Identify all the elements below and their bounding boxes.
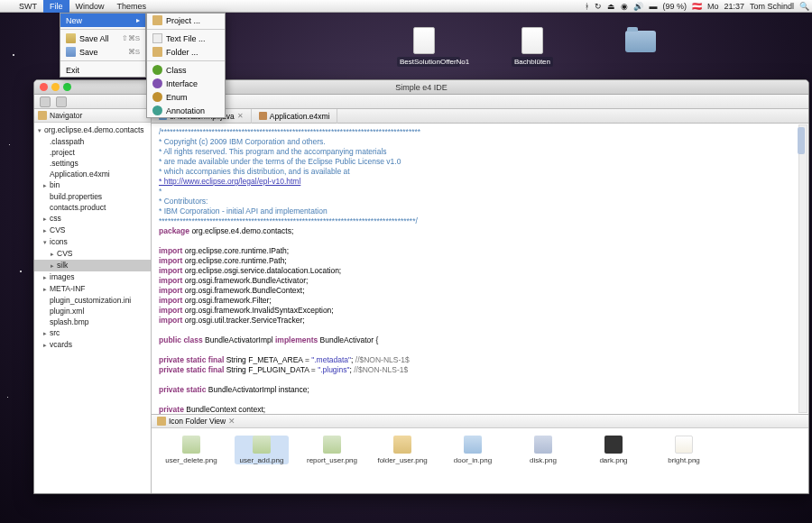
toolbar-btn-2[interactable] <box>56 96 67 107</box>
tree-item[interactable]: ▸META-INF <box>34 283 151 295</box>
textfile-icon <box>152 33 162 43</box>
scrollbar[interactable] <box>798 124 807 413</box>
ifv-tab[interactable]: Icon Folder View ✕ <box>152 415 808 428</box>
icon-item[interactable]: user_add.png <box>235 436 289 464</box>
sync-icon[interactable]: ↻ <box>592 2 604 11</box>
file-new[interactable]: New▸ <box>60 14 145 27</box>
menu-window[interactable]: Window <box>69 0 111 13</box>
zoom-button[interactable] <box>63 83 71 91</box>
tree-item[interactable]: .project <box>34 147 151 158</box>
tree-item[interactable]: plugin_customization.ini <box>34 295 151 306</box>
menubar: SWT File Window Themes ᚼ ↻ ⏏ ◉ 🔊 ▬ (99 %… <box>0 0 812 13</box>
new-interface[interactable]: Interface <box>147 77 225 90</box>
save-all-icon <box>66 33 76 43</box>
tree-item[interactable]: ▸CVS <box>34 248 151 260</box>
minimize-button[interactable] <box>51 83 60 91</box>
new-annotation[interactable]: Annotation <box>147 104 225 117</box>
tree-item[interactable]: ▸css <box>34 213 151 225</box>
ide-window: Simple e4 IDE Navigator ▾org.eclipse.e4.… <box>33 79 809 494</box>
class-icon <box>152 65 162 75</box>
menu-file[interactable]: File <box>43 0 69 13</box>
close-icon[interactable]: ✕ <box>237 109 244 124</box>
eject-icon[interactable]: ⏏ <box>604 2 618 11</box>
new-folder[interactable]: Folder ... <box>147 45 225 59</box>
icon-item[interactable]: bright.png <box>657 436 711 464</box>
icon-item[interactable]: dark.png <box>586 436 641 464</box>
clock-time: 21:37 <box>721 2 747 11</box>
desktop-folder[interactable] <box>614 31 668 55</box>
volume-icon[interactable]: 🔊 <box>631 2 646 11</box>
tree-item[interactable]: splash.bmp <box>34 317 151 327</box>
clock-day: Mo <box>705 2 722 11</box>
tree-item[interactable]: ▸CVS <box>34 225 151 236</box>
battery-icon[interactable]: ▬ <box>646 2 660 11</box>
tree-item[interactable]: ▸silk <box>34 260 151 271</box>
close-icon[interactable]: ✕ <box>228 417 235 426</box>
desktop-file-1[interactable]: BestSolutionOfferNo1 <box>397 27 451 67</box>
tree-item[interactable]: ▸src <box>34 327 151 339</box>
icon-item[interactable]: folder_user.png <box>375 436 429 464</box>
toolbar-btn-1[interactable] <box>40 96 51 107</box>
navigator-icon <box>38 111 47 120</box>
editor-tabs: eActivatorImpl.java ✕ Application.e4xmi <box>152 109 808 124</box>
tree-item[interactable]: ▾icons <box>34 236 151 248</box>
tree-item[interactable]: ▸vcards <box>34 339 151 351</box>
tree-item[interactable]: Application.e4xmi <box>34 169 151 179</box>
icon-item[interactable]: user_delete.png <box>164 436 218 464</box>
window-title: Simple e4 IDE <box>395 83 448 92</box>
wifi-icon[interactable]: ◉ <box>618 2 631 11</box>
battery-pct: (99 %) <box>660 2 689 11</box>
project-icon <box>152 15 162 25</box>
file-save-all[interactable]: Save All⇧⌘S <box>60 32 145 45</box>
new-enum[interactable]: Enum <box>147 90 225 104</box>
file-exit[interactable]: Exit <box>60 63 145 77</box>
file-menu-dropdown: New▸ Save All⇧⌘S Save⌘S Exit <box>60 13 146 78</box>
new-project[interactable]: Project ... <box>147 14 225 27</box>
menu-swt[interactable]: SWT <box>13 0 43 13</box>
enum-icon <box>152 92 162 102</box>
icon-item[interactable]: disk.png <box>516 436 570 464</box>
icon-item[interactable]: door_in.png <box>446 436 500 464</box>
tree-item[interactable]: contacts.product <box>34 202 151 213</box>
tree-item[interactable]: ▸images <box>34 271 151 283</box>
menu-themes[interactable]: Themes <box>111 0 153 13</box>
icon-item[interactable]: report_user.png <box>305 436 359 464</box>
tree-item[interactable]: ▾org.eclipse.e4.demo.contacts <box>34 124 151 136</box>
annotation-icon <box>152 106 162 115</box>
bluetooth-icon[interactable]: ᚼ <box>582 2 592 11</box>
folder-icon <box>157 417 166 426</box>
new-textfile[interactable]: Text File ... <box>147 32 225 45</box>
flag-icon[interactable]: 🇦🇹 <box>689 2 705 11</box>
close-button[interactable] <box>40 83 48 91</box>
user-name[interactable]: Tom Schindl <box>747 2 797 11</box>
code-editor[interactable]: /***************************************… <box>152 124 808 414</box>
new-class[interactable]: Class <box>147 63 225 77</box>
navigator-panel: Navigator ▾org.eclipse.e4.demo.contacts.… <box>34 109 152 493</box>
tree-item[interactable]: .settings <box>34 158 151 169</box>
navigator-tab[interactable]: Navigator <box>34 109 151 123</box>
spotlight-icon[interactable]: 🔍 <box>797 2 812 11</box>
file-save[interactable]: Save⌘S <box>60 45 145 59</box>
tree-item[interactable]: plugin.xml <box>34 306 151 317</box>
folder-icon <box>152 47 162 57</box>
icon-folder-view: Icon Folder View ✕ user_delete.pnguser_a… <box>152 414 808 493</box>
tree-item[interactable]: ▸bin <box>34 179 151 191</box>
xmi-icon <box>259 112 267 120</box>
interface-icon <box>152 78 162 88</box>
new-submenu: Project ... Text File ... Folder ... Cla… <box>146 13 226 118</box>
save-icon <box>66 47 76 57</box>
desktop-file-2[interactable]: Bachblüten <box>505 27 559 67</box>
tree-item[interactable]: build.properties <box>34 191 151 202</box>
tree-item[interactable]: .classpath <box>34 136 151 147</box>
tab-xmi[interactable]: Application.e4xmi <box>252 109 338 124</box>
